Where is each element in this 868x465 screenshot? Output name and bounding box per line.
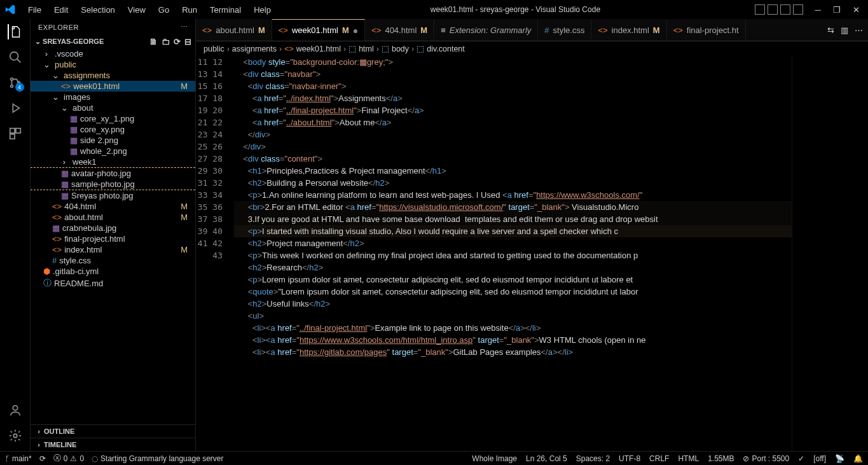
eol-status[interactable]: CRLF [649,454,669,463]
menu-view[interactable]: View [123,3,151,17]
tree-item-sample-photo-jpg[interactable]: ▦sample-photo.jpg [31,179,195,190]
tree-item-readme-md[interactable]: ⓘREADME.md [31,277,195,289]
html-icon: <> [52,245,62,254]
tree-item-sreyas-photo-jpg[interactable]: ▦Sreyas photo.jpg [31,190,195,201]
tree-item-core-xy-png[interactable]: ▦core_xy.png [31,124,195,135]
tree-item-final-project-html[interactable]: <>final-project.html [31,233,195,244]
tree-item--gitlab-ci-yml[interactable]: ⬢.gitlab-ci.yml [31,266,195,277]
branch-indicator[interactable]: ᚶ main* [5,454,32,463]
titlebar: FileEditSelectionViewGoRunTerminalHelp w… [0,0,868,19]
indentation-status[interactable]: Spaces: 2 [576,454,610,463]
tab-style-css[interactable]: #style.css [538,19,591,41]
file-tree[interactable]: ›.vscode⌄public⌄assignments<>week01.html… [31,48,195,424]
more-icon[interactable]: ⋯ [855,25,863,35]
tree-item-public[interactable]: ⌄public [31,59,195,70]
timeline-section[interactable]: › TIMELINE [31,438,195,451]
tree-item-images[interactable]: ⌄images [31,92,195,102]
tab-404-html[interactable]: <>404.html M [365,19,434,41]
breadcrumb-item[interactable]: html [359,45,374,53]
menu-terminal[interactable]: Terminal [205,3,246,17]
tree-item-index-html[interactable]: <>index.htmlM [31,244,195,255]
filesize-status[interactable]: 1.55MB [708,454,734,463]
maximize-button[interactable]: ❐ [830,3,844,17]
explorer-more-icon[interactable]: ⋯ [181,23,188,31]
menu-edit[interactable]: Edit [49,3,73,17]
off-status[interactable]: [off] [813,454,826,463]
grammarly-status[interactable]: ◌ Starting Grammarly language server [92,454,223,463]
layout-icons[interactable] [755,4,803,15]
debug-icon[interactable] [8,101,23,116]
breadcrumb-item[interactable]: body [392,45,409,53]
img-icon: ▦ [70,114,78,123]
settings-gear-icon[interactable] [8,428,23,443]
workspace-name: SREYAS-GEORGE [43,38,104,45]
close-button[interactable]: ✕ [849,3,863,17]
whole-image-status[interactable]: Whole Image [472,454,517,463]
layout-full-icon[interactable] [793,4,803,15]
liveserver-port[interactable]: ⊘ Port : 5500 [743,454,789,463]
problems-indicator[interactable]: ⓧ 0 ⚠ 0 [53,453,84,464]
tree-item-about-html[interactable]: <>about.htmlM [31,212,195,223]
code-editor[interactable]: <body style="background-color:▦grey;"> <… [234,56,792,451]
breadcrumb-item[interactable]: public [203,45,224,53]
workspace-header[interactable]: ⌄ SREYAS-GEORGE 🗎 🗀 ⟳ ⊟ [31,35,195,48]
tab-about-html[interactable]: <>about.html M [196,19,272,41]
layout-bottom-icon[interactable] [768,4,778,15]
broadcast-icon[interactable]: 📡 [835,454,844,463]
tree-item-style-css[interactable]: #style.css [31,255,195,266]
status-bar: ᚶ main* ⟳ ⓧ 0 ⚠ 0 ◌ Starting Grammarly l… [0,451,868,465]
menu-go[interactable]: Go [153,3,174,17]
collapse-icon[interactable]: ⊟ [184,37,191,46]
img-icon: ▦ [70,125,78,134]
cursor-position[interactable]: Ln 26, Col 5 [526,454,567,463]
breadcrumb-item[interactable]: week01.html [296,45,341,53]
new-folder-icon[interactable]: 🗀 [162,37,170,46]
tree-item-avatar-photo-jpg[interactable]: ▦avatar-photo.jpg [31,167,195,179]
tree-item-crabnebula-jpg[interactable]: ▦crabnebula.jpg [31,223,195,233]
encoding-status[interactable]: UTF-8 [619,454,640,463]
tree-item-about[interactable]: ⌄about [31,102,195,113]
scm-icon[interactable]: 4 [8,75,23,90]
new-file-icon[interactable]: 🗎 [149,37,158,46]
editor-body[interactable]: 11 12 13 14 15 16 17 18 19 20 21 22 23 2… [196,56,868,451]
breadcrumb[interactable]: public › assignments ›<> week01.html ›⬚ … [196,41,868,56]
menu-run[interactable]: Run [177,3,202,17]
minimap[interactable] [792,56,868,451]
svg-point-1 [10,78,13,81]
search-icon[interactable] [8,50,23,65]
layout-left-icon[interactable] [755,4,765,15]
tab-index-html[interactable]: <>index.html M [591,19,666,41]
tree-item-whole-2-png[interactable]: ▦whole_2.png [31,146,195,156]
compare-icon[interactable]: ⇆ [827,25,834,35]
refresh-icon[interactable]: ⟳ [174,37,181,46]
tab-extension--grammarly[interactable]: ≡Extension: Grammarly [434,19,538,41]
tree-item-assignments[interactable]: ⌄assignments [31,70,195,81]
tree-item--vscode[interactable]: ›.vscode [31,48,195,59]
bell-icon[interactable]: 🔔 [853,454,863,463]
menu-selection[interactable]: Selection [76,3,120,17]
tab-week01-html[interactable]: <>week01.html M ● [272,19,365,41]
minimize-button[interactable]: ─ [811,3,825,17]
extensions-icon[interactable] [8,126,23,141]
menu-file[interactable]: File [23,3,46,17]
img-icon: ▦ [52,223,60,233]
tree-item-side-2-png[interactable]: ▦side 2.png [31,135,195,146]
menu-help[interactable]: Help [249,3,276,17]
explorer-icon[interactable] [8,24,23,39]
tab-final-project-ht[interactable]: <>final-project.ht [667,19,746,41]
language-status[interactable]: HTML [678,454,699,463]
account-icon[interactable] [8,403,23,418]
html-icon: <> [52,212,62,222]
tree-item-core-xy-1-png[interactable]: ▦core_xy_1.png [31,113,195,124]
breadcrumb-item[interactable]: assignments [232,45,277,53]
sync-icon[interactable]: ⟳ [39,454,46,463]
tab-bar[interactable]: <>about.html M<>week01.html M ●<>404.htm… [196,19,868,41]
tree-item-404-html[interactable]: <>404.htmlM [31,201,195,212]
tree-item-week01-html[interactable]: <>week01.htmlM [31,81,195,92]
breadcrumb-item[interactable]: div.content [427,45,465,53]
prettier-check-icon[interactable]: ✓ [798,454,804,463]
layout-right-icon[interactable] [780,4,790,15]
tree-item-week1[interactable]: ›week1 [31,156,195,167]
split-icon[interactable]: ▥ [841,25,848,35]
outline-section[interactable]: › OUTLINE [31,424,195,438]
